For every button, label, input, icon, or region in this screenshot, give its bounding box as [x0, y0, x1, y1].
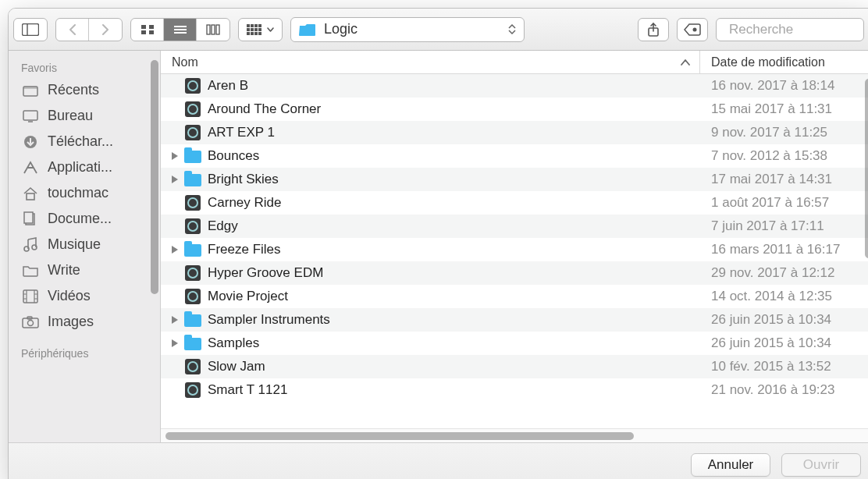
- view-columns-button[interactable]: [197, 19, 229, 41]
- sidebar-toggle-button[interactable]: [14, 19, 47, 41]
- logic-project-icon: [181, 382, 205, 398]
- svg-rect-20: [247, 32, 250, 35]
- file-row[interactable]: Smart T 112121 nov. 2016 à 19:23: [161, 378, 868, 402]
- toolbar: Logic: [9, 9, 868, 51]
- logic-project-icon: [181, 195, 205, 211]
- cancel-button[interactable]: Annuler: [691, 453, 770, 477]
- vertical-scrollbar[interactable]: [865, 79, 868, 258]
- sidebar-item-recents[interactable]: Récents: [9, 77, 160, 103]
- disclosure-triangle[interactable]: [161, 339, 181, 347]
- file-row[interactable]: Sampler Instruments26 juin 2015 à 10:34: [161, 308, 868, 332]
- file-row[interactable]: Aren B16 nov. 2017 à 18:14: [161, 74, 868, 98]
- sidebar-item-applications[interactable]: Applicati...: [9, 154, 160, 180]
- sidebar-item-music[interactable]: Musique: [9, 232, 160, 257]
- home-icon: [21, 186, 40, 200]
- share-button[interactable]: [638, 18, 669, 41]
- file-row[interactable]: Hyper Groove EDM29 nov. 2017 à 12:12: [161, 261, 868, 285]
- sidebar-item-label: Applicati...: [48, 159, 151, 176]
- logic-project-icon: [181, 101, 205, 117]
- file-name: Samples: [205, 335, 700, 351]
- sidebar-item-label: Images: [48, 314, 151, 330]
- file-date: 29 nov. 2017 à 12:12: [700, 265, 868, 281]
- logic-project-icon: [181, 125, 205, 140]
- svg-rect-6: [174, 26, 187, 27]
- logic-project-icon: [181, 78, 205, 94]
- sidebar-item-desktop[interactable]: Bureau: [9, 103, 160, 129]
- svg-rect-9: [207, 25, 210, 34]
- open-button[interactable]: Ouvrir: [781, 453, 861, 477]
- body: Favoris Récents Bureau Téléchar...: [9, 51, 868, 442]
- svg-rect-17: [251, 28, 254, 31]
- search-input[interactable]: [727, 21, 868, 38]
- file-date: 17 mai 2017 à 14:31: [700, 172, 868, 187]
- svg-rect-12: [247, 24, 250, 27]
- svg-marker-50: [172, 152, 178, 160]
- sidebar-item-documents[interactable]: Docume...: [9, 206, 160, 232]
- svg-rect-34: [27, 193, 34, 200]
- tags-button[interactable]: [677, 18, 708, 41]
- file-row[interactable]: Around The Corner15 mai 2017 à 11:31: [161, 98, 868, 121]
- svg-rect-22: [254, 32, 258, 35]
- folder-outline-icon: [21, 264, 40, 277]
- file-date: 10 fév. 2015 à 13:52: [700, 359, 868, 374]
- file-list: Nom Date de modification Aren B16 nov. 2…: [161, 51, 868, 442]
- horizontal-scroll-track[interactable]: [161, 428, 868, 442]
- disclosure-triangle[interactable]: [161, 246, 181, 254]
- file-row[interactable]: Movie Project14 oct. 2014 à 12:35: [161, 285, 868, 308]
- view-icons-button[interactable]: [131, 19, 164, 41]
- file-row[interactable]: ART EXP 19 nov. 2017 à 11:25: [161, 121, 868, 144]
- sidebar-section-favorites: Favoris: [9, 55, 160, 77]
- file-row[interactable]: Freeze Files16 mars 2011 à 16:17: [161, 238, 868, 261]
- file-row[interactable]: Samples26 juin 2015 à 10:34: [161, 332, 868, 355]
- sidebar-icon: [22, 23, 39, 36]
- file-row[interactable]: Bright Skies17 mai 2017 à 14:31: [161, 168, 868, 191]
- logic-project-icon: [181, 265, 205, 281]
- sidebar-scrollbar[interactable]: [151, 60, 158, 294]
- folder-icon: [181, 243, 205, 257]
- svg-rect-31: [23, 111, 37, 120]
- column-date[interactable]: Date de modification: [700, 51, 868, 73]
- svg-marker-53: [172, 316, 178, 324]
- sidebar-item-home[interactable]: touchmac: [9, 180, 160, 206]
- file-name: Sampler Instruments: [205, 312, 700, 328]
- sidebar-item-label: touchmac: [48, 185, 151, 201]
- search-field[interactable]: [716, 18, 864, 41]
- sidebar-item-label: Récents: [48, 82, 151, 98]
- arrange-button[interactable]: [238, 18, 283, 41]
- disclosure-triangle[interactable]: [161, 152, 181, 160]
- share-icon: [647, 22, 660, 37]
- svg-rect-4: [141, 30, 146, 34]
- svg-rect-5: [149, 30, 154, 34]
- svg-rect-21: [251, 32, 254, 35]
- file-row[interactable]: Bounces7 nov. 2012 à 15:38: [161, 144, 868, 168]
- sidebar-item-label: Téléchar...: [48, 133, 151, 150]
- disclosure-triangle[interactable]: [161, 316, 181, 324]
- column-name[interactable]: Nom: [161, 51, 700, 73]
- grid-icon: [141, 24, 155, 35]
- file-row[interactable]: Slow Jam10 fév. 2015 à 13:52: [161, 355, 868, 378]
- file-name: Bounces: [205, 148, 700, 164]
- sidebar-item-downloads[interactable]: Téléchar...: [9, 129, 160, 154]
- view-list-button[interactable]: [164, 19, 197, 41]
- horizontal-scroll-thumb[interactable]: [165, 432, 634, 440]
- forward-button[interactable]: [89, 19, 122, 41]
- disclosure-triangle[interactable]: [161, 176, 181, 183]
- svg-rect-2: [141, 25, 146, 29]
- file-row[interactable]: Edgy7 juin 2017 à 17:11: [161, 215, 868, 238]
- back-button[interactable]: [56, 19, 89, 41]
- file-row[interactable]: Carney Ride1 août 2017 à 16:57: [161, 191, 868, 215]
- sidebar-item-write[interactable]: Write: [9, 257, 160, 283]
- svg-rect-11: [216, 25, 219, 34]
- sidebar-item-pictures[interactable]: Images: [9, 309, 160, 335]
- pictures-icon: [21, 316, 40, 328]
- sidebar: Favoris Récents Bureau Téléchar...: [9, 51, 161, 442]
- svg-rect-23: [258, 32, 261, 35]
- svg-rect-7: [174, 29, 187, 30]
- file-name: Smart T 1121: [205, 382, 700, 398]
- svg-point-26: [693, 27, 697, 31]
- svg-marker-51: [172, 176, 178, 183]
- file-name: Freeze Files: [205, 242, 700, 257]
- folder-popup[interactable]: Logic: [290, 17, 525, 42]
- sidebar-item-movies[interactable]: Vidéos: [9, 283, 160, 309]
- sidebar-item-label: Write: [48, 262, 151, 279]
